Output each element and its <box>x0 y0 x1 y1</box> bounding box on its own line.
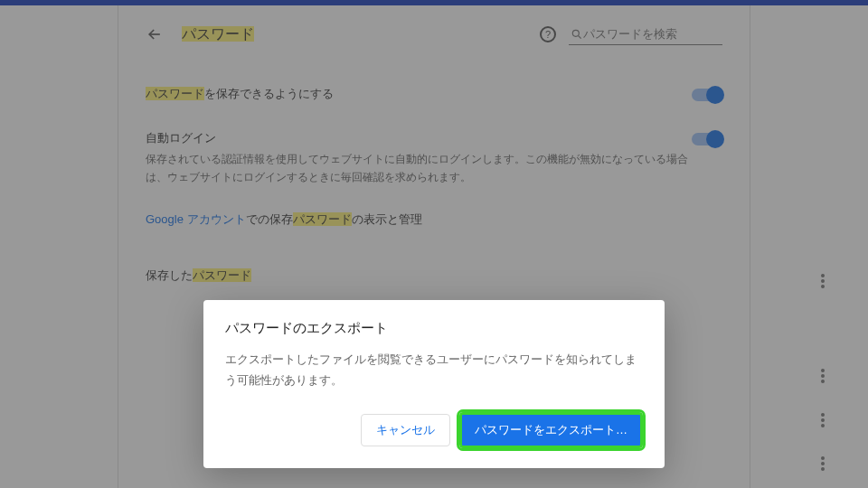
dialog-actions: キャンセル パスワードをエクスポート… <box>225 412 643 448</box>
dialog-body: エクスポートしたファイルを閲覧できるユーザーにパスワードを知られてしまう可能性が… <box>225 350 643 390</box>
export-passwords-button[interactable]: パスワードをエクスポート… <box>459 412 643 448</box>
dialog-title: パスワードのエクスポート <box>225 320 643 337</box>
cancel-button[interactable]: キャンセル <box>361 414 450 446</box>
export-passwords-dialog: パスワードのエクスポート エクスポートしたファイルを閲覧できるユーザーにパスワー… <box>203 300 665 468</box>
